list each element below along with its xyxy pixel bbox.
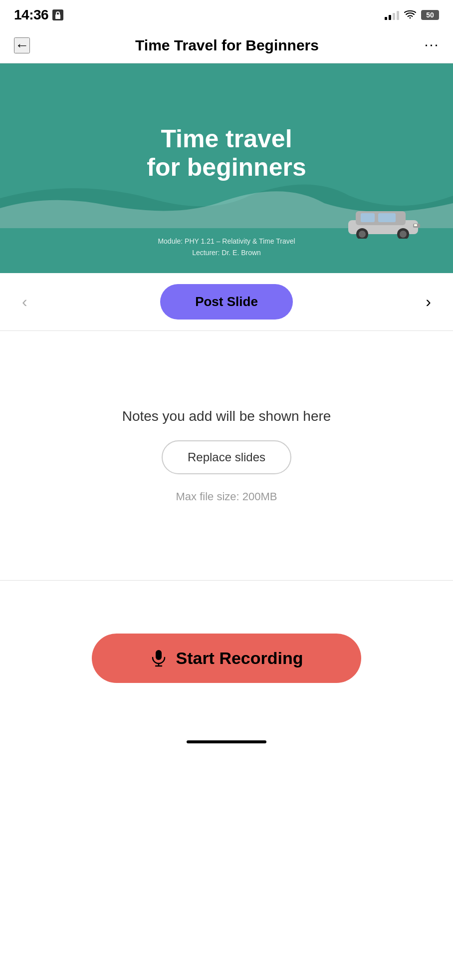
- signal-bar-4: [397, 11, 399, 20]
- home-bar: [187, 740, 266, 743]
- status-time: 14:36: [14, 7, 48, 23]
- status-bar-left: 14:36: [14, 7, 63, 23]
- replace-slides-button[interactable]: Replace slides: [162, 440, 291, 474]
- signal-icon: [385, 10, 399, 20]
- bottom-section: Start Recording: [0, 581, 453, 730]
- start-recording-button[interactable]: Start Recording: [92, 634, 361, 683]
- slide-title-line1: Time travel: [147, 125, 306, 154]
- svg-rect-4: [361, 213, 375, 222]
- svg-point-7: [359, 231, 366, 238]
- start-recording-label: Start Recording: [176, 649, 303, 668]
- next-slide-button[interactable]: ›: [414, 289, 443, 315]
- svg-rect-12: [156, 650, 162, 660]
- page-title: Time Travel for Beginners: [135, 37, 319, 54]
- slide-lecturer-text: Lecturer: Dr. E. Brown: [0, 247, 453, 258]
- svg-point-1: [410, 17, 411, 18]
- battery-icon: 50: [421, 10, 439, 20]
- notes-placeholder: Notes you add will be shown here: [122, 408, 331, 424]
- car-illustration: [343, 201, 423, 241]
- post-slide-button[interactable]: Post Slide: [160, 284, 293, 320]
- svg-rect-0: [55, 14, 60, 19]
- svg-point-9: [400, 231, 407, 238]
- notes-section: Notes you add will be shown here Replace…: [0, 331, 453, 581]
- status-bar-right: 50: [385, 9, 439, 21]
- svg-rect-11: [414, 224, 417, 226]
- svg-rect-5: [378, 213, 396, 222]
- signal-bar-1: [385, 17, 387, 20]
- slide-section: Time travel for beginners: [0, 63, 453, 331]
- prev-slide-button[interactable]: ‹: [10, 289, 39, 315]
- signal-bar-3: [393, 13, 395, 20]
- home-indicator: [0, 730, 453, 758]
- delorean-car-icon: [343, 201, 423, 239]
- slide-controls: ‹ Post Slide ›: [0, 273, 453, 330]
- app-header: ← Time Travel for Beginners ⋮: [0, 28, 453, 63]
- max-file-size-label: Max file size: 200MB: [176, 490, 277, 503]
- more-options-button[interactable]: ⋮: [423, 38, 440, 53]
- back-button[interactable]: ←: [14, 37, 30, 53]
- microphone-icon: [150, 649, 168, 667]
- signal-bar-2: [389, 15, 391, 20]
- slide-preview: Time travel for beginners: [0, 63, 453, 273]
- wifi-icon: [404, 9, 416, 21]
- lock-icon: [52, 9, 63, 20]
- slide-title: Time travel for beginners: [147, 125, 306, 182]
- slide-title-line2: for beginners: [147, 153, 306, 182]
- status-bar: 14:36 50: [0, 0, 453, 28]
